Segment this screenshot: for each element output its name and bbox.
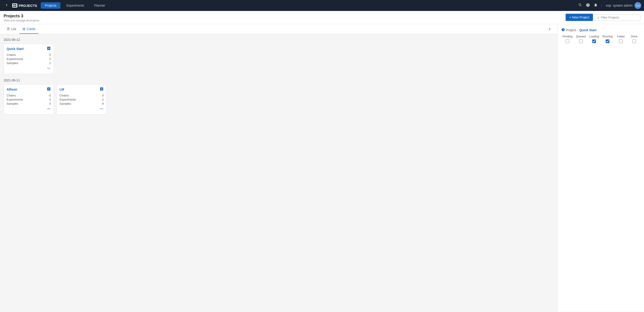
samples-label-a: Samples — [6, 102, 18, 105]
samples-value-lm: 9 — [102, 102, 104, 105]
card-stat-samples-allison: Samples 3 — [6, 102, 51, 105]
card-footer-allison — [6, 107, 51, 112]
avatar: SA — [634, 2, 641, 9]
status-label-failed: Failed — [617, 35, 625, 38]
status-col-failed: Failed — [614, 35, 627, 43]
nav-tab-planner[interactable]: Planner — [90, 2, 109, 9]
card-title-quick-start[interactable]: Quick Start — [6, 47, 24, 51]
tabs-bar: ☰ List ⊞ Cards — [0, 24, 558, 34]
page-header: Projects 3 View and manage all projects … — [0, 11, 644, 24]
chains-value-lm: 0 — [102, 94, 104, 97]
app-logo: PROJECTS — [12, 4, 37, 8]
back-button[interactable] — [3, 2, 10, 9]
page-subtitle: View and manage all projects — [4, 19, 40, 22]
chains-value-allison: 0 — [49, 94, 51, 97]
panel-project-text: Project: — [566, 28, 576, 32]
cards-row-2: Allison Chains 0 Experiments 3 — [4, 84, 554, 115]
project-card-lm: LM Chains 0 Experiments 2 — [56, 84, 107, 115]
status-label-loading: Loading — [589, 35, 599, 38]
new-project-button[interactable]: + New Project — [566, 14, 593, 21]
project-card-allison: Allison Chains 0 Experiments 3 — [4, 84, 54, 115]
status-col-done: Done — [628, 35, 640, 43]
filter-wrapper: ⊿ — [595, 14, 640, 21]
samples-label: Samples — [6, 61, 18, 65]
filter-icon: ⊿ — [596, 16, 599, 19]
status-checkbox-pending[interactable] — [566, 40, 569, 43]
card-add-button-quick-start[interactable] — [47, 46, 51, 51]
experiments-label-a: Experiments — [6, 98, 23, 101]
status-col-queued: Queued — [575, 35, 587, 43]
list-icon: ☰ — [7, 27, 10, 31]
status-col-pending: Pending — [561, 35, 574, 43]
nav-tab-projects[interactable]: Projects — [41, 2, 60, 9]
status-checkbox-loading[interactable] — [592, 40, 596, 43]
chains-label: Chains — [6, 53, 16, 57]
status-label-done: Done — [631, 35, 638, 38]
nav-username: system admin — [613, 4, 632, 7]
svg-rect-0 — [13, 4, 14, 5]
nav-user: esp system admin SA — [606, 2, 641, 9]
card-stat-chains-qs: Chains 0 — [6, 53, 51, 57]
panel-help-icon — [561, 28, 565, 32]
left-panel: ☰ List ⊞ Cards 2021-06-12 Qu — [0, 24, 558, 311]
status-checkbox-done[interactable] — [632, 40, 636, 43]
experiments-value-allison: 3 — [49, 98, 51, 101]
app-logo-text: PROJECTS — [19, 4, 37, 8]
card-more-button-qs[interactable] — [47, 66, 51, 71]
status-col-running: Running — [602, 35, 614, 43]
samples-value-allison: 3 — [49, 102, 51, 105]
right-panel: Project: Quick Start PendingQueuedLoadin… — [558, 24, 644, 311]
card-header-allison: Allison — [6, 87, 51, 92]
panel-project-label: Project: Quick Start — [561, 28, 640, 32]
search-icon[interactable] — [578, 3, 582, 8]
svg-rect-2 — [13, 6, 14, 7]
card-title-lm[interactable]: LM — [60, 88, 64, 91]
card-stat-chains-lm: Chains 0 — [60, 94, 104, 97]
status-label-running: Running — [602, 35, 612, 38]
status-checkbox-running[interactable] — [606, 40, 609, 43]
svg-rect-3 — [15, 6, 16, 7]
tab-list[interactable]: ☰ List — [4, 25, 19, 34]
filter-input[interactable] — [595, 14, 640, 21]
experiments-label: Experiments — [6, 57, 23, 61]
card-add-button-lm[interactable] — [100, 87, 104, 92]
date-group-1: 2021-06-12 Quick Start Chains 0 — [4, 38, 554, 74]
cards-icon: ⊞ — [22, 27, 26, 31]
card-stat-samples-qs: Samples 2 — [6, 61, 51, 65]
bell-icon[interactable] — [594, 3, 598, 8]
status-checkbox-queued[interactable] — [579, 40, 583, 43]
page-title: Projects 3 — [4, 14, 40, 19]
collapse-panel-button[interactable] — [546, 26, 554, 33]
samples-label-lm: Samples — [60, 102, 71, 105]
card-more-button-lm[interactable] — [100, 107, 104, 112]
main-layout: ☰ List ⊞ Cards 2021-06-12 Qu — [0, 24, 644, 311]
status-col-loading: Loading — [588, 35, 600, 43]
status-checkbox-failed[interactable] — [619, 40, 622, 43]
page-header-actions: + New Project ⊿ — [566, 14, 640, 21]
nav-language: esp — [606, 4, 611, 7]
chains-label-a: Chains — [6, 94, 16, 97]
date-label-2: 2021-06-11 — [4, 79, 554, 82]
card-header-lm: LM — [60, 87, 104, 92]
chains-label-lm: Chains — [60, 94, 68, 97]
tab-cards[interactable]: ⊞ Cards — [19, 25, 38, 34]
status-label-pending: Pending — [562, 35, 572, 38]
chains-value-qs: 0 — [49, 53, 51, 57]
project-card-quick-start: Quick Start Chains 0 Experiments 2 — [4, 44, 54, 74]
card-stat-experiments-qs: Experiments 2 — [6, 57, 51, 61]
card-title-allison[interactable]: Allison — [6, 88, 17, 91]
panel-project-name[interactable]: Quick Start — [579, 28, 596, 32]
nav-icons: | esp system admin SA — [578, 2, 641, 9]
experiments-label-lm: Experiments — [60, 98, 76, 101]
status-filter-grid: PendingQueuedLoadingRunningFailedDone — [561, 35, 640, 43]
card-add-button-allison[interactable] — [47, 87, 51, 92]
card-more-button-allison[interactable] — [47, 107, 51, 112]
date-group-2: 2021-06-11 Allison Chains 0 — [4, 79, 554, 115]
help-icon[interactable] — [586, 3, 590, 8]
experiments-value-lm: 2 — [102, 98, 104, 101]
status-label-queued: Queued — [576, 35, 586, 38]
nav-tab-experiments[interactable]: Experiments — [62, 2, 88, 9]
experiments-value-qs: 2 — [49, 57, 51, 61]
tab-list-label: List — [11, 27, 16, 31]
top-nav: PROJECTS Projects Experiments Planner | … — [0, 0, 644, 11]
